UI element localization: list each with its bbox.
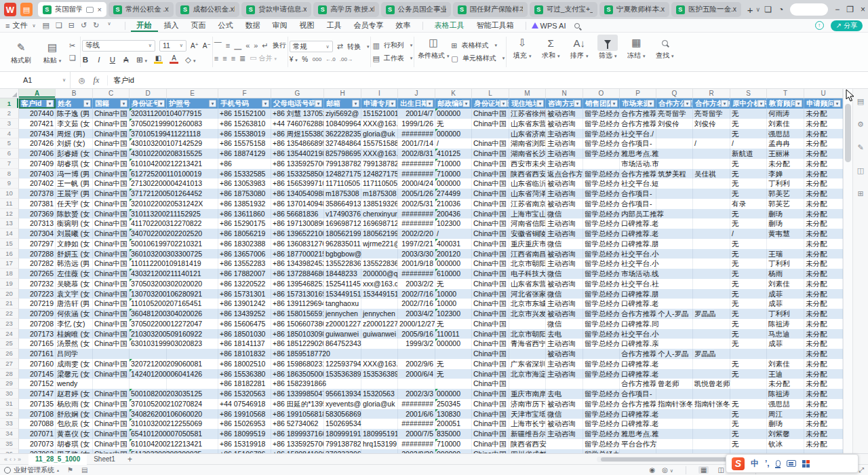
cell[interactable]: 411702200312270822 — [130, 218, 167, 229]
cell[interactable]: China中国 — [93, 399, 130, 409]
cell[interactable]: +44 7460762888 — [271, 119, 324, 129]
cell[interactable]: 207160 — [19, 359, 56, 369]
cell[interactable]: 强思喆 — [767, 129, 804, 139]
cell[interactable]: China中国 — [472, 269, 509, 279]
row-number[interactable]: 17 — [0, 259, 19, 269]
vertical-scrollbar[interactable]: ▲ — [843, 89, 852, 453]
cell[interactable]: +86 周煜155380 — [271, 129, 324, 139]
cell[interactable] — [693, 178, 730, 189]
cell[interactable]: 被动咨询 — [546, 199, 583, 209]
cell[interactable]: 吴晓慕 (女 — [56, 279, 93, 289]
cell[interactable] — [693, 339, 730, 349]
row-number[interactable]: 2 — [0, 109, 19, 119]
cell[interactable]: 周江 — [767, 409, 804, 419]
cell[interactable]: +86 15320563 — [218, 389, 271, 399]
cell[interactable]: 留学总经办 — [583, 199, 620, 209]
cell[interactable] — [656, 229, 693, 239]
cell[interactable]: 207434 — [19, 129, 56, 139]
cell[interactable]: 799138782 — [324, 439, 361, 449]
file-tab[interactable]: S医护五险一金.xlsx — [671, 2, 741, 17]
align-middle-icon[interactable]: ≡ — [226, 41, 230, 50]
cell[interactable]: +86 1360831276 — [271, 239, 324, 249]
column-letter-F[interactable]: F — [218, 89, 271, 98]
cell[interactable]: +86 18874129 — [218, 149, 271, 159]
cell[interactable]: China中国 — [472, 309, 509, 319]
cell[interactable]: +86 1395468251 — [271, 279, 324, 289]
cell[interactable]: 主动咨询 — [546, 138, 583, 149]
cell[interactable]: 留学总经办 — [583, 299, 620, 309]
filter-dropdown-icon[interactable]: ▾ — [462, 100, 470, 107]
cell[interactable]: m1875308 — [324, 189, 361, 199]
edit-icon[interactable]: ✎ — [857, 143, 863, 152]
cell[interactable]: 未分配 — [804, 399, 843, 409]
cell[interactable]: 社交平台.小 — [620, 259, 656, 269]
cell[interactable]: 无 — [730, 369, 767, 379]
column-letter-R[interactable]: R — [693, 89, 730, 98]
cell[interactable]: 无 — [730, 289, 767, 299]
cell[interactable]: 无 — [730, 409, 767, 419]
cell[interactable]: China中国 — [472, 299, 509, 309]
workspace-icon[interactable]: ❏ — [764, 5, 772, 14]
cell[interactable]: China中国 — [472, 209, 509, 219]
cell[interactable]: +86 1863505000 — [271, 369, 324, 379]
cell[interactable]: +86 — [218, 159, 271, 169]
cell[interactable]: 327484864 — [324, 138, 361, 149]
cell[interactable]: China中国 — [93, 389, 130, 399]
cell[interactable]: +86 15026953 — [218, 419, 271, 429]
cell[interactable]: 2003/2/2 — [398, 279, 435, 289]
cell[interactable]: 刘晨曦 (女 — [56, 229, 93, 239]
cell[interactable]: 207403 — [19, 169, 56, 179]
cell[interactable] — [656, 409, 693, 419]
convert-label[interactable]: 转换 — [347, 42, 361, 52]
cell[interactable] — [583, 349, 620, 359]
cell[interactable]: 2001/6/6 — [398, 409, 435, 419]
cell[interactable]: 2000/12/27 — [398, 319, 435, 329]
add-sheet-button[interactable]: + — [127, 455, 132, 464]
cell[interactable] — [656, 389, 693, 399]
cell[interactable]: 主动咨询 — [546, 259, 583, 269]
cell[interactable]: 864752343 — [324, 339, 361, 349]
cell[interactable]: 153449151 — [324, 289, 361, 299]
row-number[interactable]: 6 — [0, 149, 19, 159]
cell[interactable]: 雅思考点.雅 — [620, 149, 656, 159]
new-tab-button[interactable]: + — [747, 4, 753, 16]
cell[interactable]: 广东省深圳 — [509, 359, 546, 369]
cell[interactable]: 207165 — [19, 339, 56, 349]
cell[interactable]: 重庆市南岸 — [509, 389, 546, 399]
cell[interactable]: 15320563 — [361, 389, 398, 399]
cell[interactable]: China中国 — [93, 439, 130, 449]
cell[interactable]: 2000/6/4 — [398, 369, 435, 379]
file-menu[interactable]: ≡ 文件 ∨ — [5, 20, 36, 31]
cell[interactable]: z20001227 — [324, 319, 361, 329]
cell[interactable]: China中国 — [93, 369, 130, 379]
cell[interactable]: China中国 — [472, 218, 509, 229]
cell[interactable]: 留学总经办 — [583, 289, 620, 299]
cell[interactable]: China中国 — [472, 409, 509, 419]
cell[interactable]: 340702200202202520 — [130, 229, 167, 239]
cell[interactable]: +86 13552283 — [218, 259, 271, 269]
cell[interactable]: 江苏省徐州 — [509, 109, 546, 119]
cell[interactable]: / — [730, 138, 767, 149]
cell[interactable]: 未分配 — [804, 389, 843, 399]
cell[interactable]: 山东省济南 — [509, 129, 546, 139]
filter-dropdown-icon[interactable]: ▾ — [684, 100, 691, 107]
column-header-cell[interactable]: 原中介机构▾ — [730, 98, 767, 109]
cell[interactable]: +86 13611860 — [218, 209, 271, 219]
cell[interactable] — [693, 149, 730, 159]
cell[interactable]: 新疆维吾尔 — [509, 429, 546, 439]
menu-item-数据[interactable]: 数据 — [239, 19, 267, 32]
cell[interactable]: 320311200104077915 — [130, 109, 167, 119]
align-left-icon[interactable]: ≡ — [214, 54, 218, 62]
wrap-label[interactable]: 换行 — [273, 41, 286, 50]
number-format-select[interactable]: 常规∨ — [290, 41, 333, 52]
print-icon[interactable]: ⊟ — [68, 21, 75, 30]
flag-icon[interactable]: ⚑ — [67, 466, 73, 474]
cell[interactable]: 陕西省西安 — [509, 439, 546, 449]
cell[interactable]: 152541145 — [324, 279, 361, 289]
cell[interactable]: 未分配 — [804, 218, 843, 229]
cell[interactable]: 无 — [730, 419, 767, 429]
worksheet-icon[interactable]: ▤ — [372, 54, 379, 63]
cell[interactable]: 无 — [730, 399, 767, 409]
cell[interactable]: 吴佳祺 — [693, 169, 730, 179]
cell[interactable]: 市场活动.线 — [620, 269, 656, 279]
